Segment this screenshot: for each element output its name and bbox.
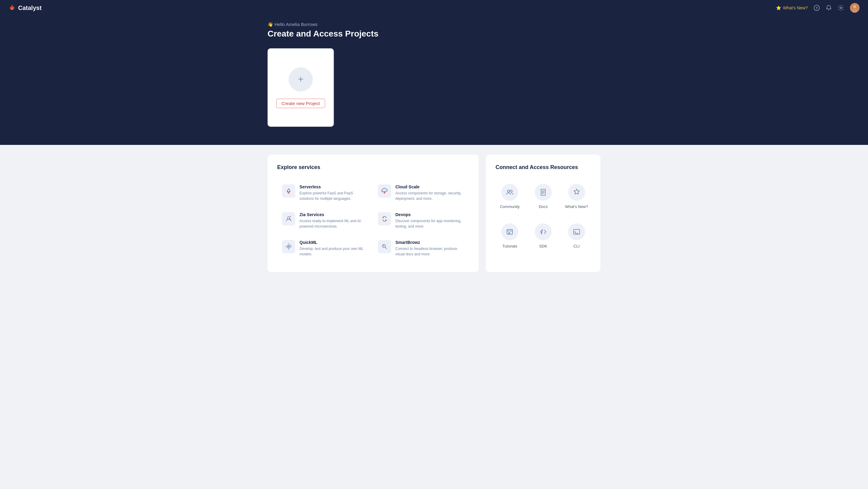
explore-section: Explore services Serverless Explore powe… — [268, 154, 478, 272]
page-title: Create and Access Projects — [268, 29, 600, 39]
main-content: Explore services Serverless Explore powe… — [253, 145, 615, 282]
cli-label: CLI — [574, 244, 580, 249]
resource-cli[interactable]: CLI — [562, 219, 591, 253]
cloud-scale-info: Cloud Scale Access components for storag… — [395, 184, 464, 201]
service-serverless[interactable]: Serverless Explore powerful FaaS and Paa… — [277, 179, 373, 207]
resource-whats-new[interactable]: What's New? — [562, 179, 591, 214]
tutorials-label: Tutorials — [502, 244, 517, 249]
help-icon[interactable]: ? — [814, 5, 820, 11]
app-name: Catalyst — [18, 4, 42, 11]
bottom-sections: Explore services Serverless Explore powe… — [268, 154, 600, 272]
app-logo[interactable]: Catalyst — [8, 4, 42, 11]
navbar-right: ⭐ What's New? ? — [776, 3, 860, 13]
flame-icon — [8, 4, 16, 11]
svg-point-11 — [510, 190, 513, 192]
resources-title: Connect and Access Resources — [496, 164, 591, 171]
community-icon-box — [501, 184, 518, 201]
sdk-icon-box — [535, 223, 552, 240]
resource-community[interactable]: Community — [496, 179, 524, 214]
quickml-info: QuickML Develop, test and produce your o… — [300, 240, 368, 257]
svg-rect-12 — [507, 229, 513, 234]
greeting-text: 👋 Hello Amelia Burrows — [268, 22, 600, 27]
community-label: Community — [500, 204, 520, 209]
add-icon: + — [289, 67, 313, 91]
service-zia[interactable]: Zia Services Access ready-to-implement M… — [277, 207, 373, 234]
svg-text:?: ? — [816, 6, 818, 10]
hero-section: 👋 Hello Amelia Burrows Create and Access… — [0, 0, 868, 145]
sdk-label: SDK — [539, 244, 548, 249]
resource-sdk[interactable]: SDK — [529, 219, 558, 253]
cli-icon-box — [568, 223, 585, 240]
whats-new-label: What's New? — [565, 204, 588, 209]
whats-new-icon-box — [568, 184, 585, 201]
explore-title: Explore services — [277, 164, 469, 171]
service-quickml[interactable]: QuickML Develop, test and produce your o… — [277, 234, 373, 262]
whats-new-button[interactable]: ⭐ What's New? — [776, 5, 808, 10]
gear-icon[interactable] — [838, 5, 844, 11]
cloud-scale-icon-box — [378, 184, 391, 198]
resource-tutorials[interactable]: Tutorials — [496, 219, 524, 253]
smartbrowz-icon-box — [378, 240, 391, 253]
tutorials-icon-box — [501, 223, 518, 240]
service-cloud-scale[interactable]: Cloud Scale Access components for storag… — [373, 179, 469, 207]
resource-docs[interactable]: Docs — [529, 179, 558, 214]
star-icon: ⭐ — [776, 5, 781, 10]
svg-point-4 — [853, 5, 856, 8]
serverless-info: Serverless Explore powerful FaaS and Paa… — [300, 184, 368, 201]
docs-label: Docs — [539, 204, 548, 209]
service-smartbrowz[interactable]: SmartBrowz Connect to headless browser, … — [373, 234, 469, 262]
resources-section: Connect and Access Resources Community — [486, 154, 600, 272]
svg-point-8 — [288, 246, 289, 247]
zia-info: Zia Services Access ready-to-implement M… — [300, 212, 368, 229]
devops-info: Devops Discover components for app monit… — [395, 212, 464, 229]
devops-icon-box — [378, 212, 391, 226]
service-devops[interactable]: Devops Discover components for app monit… — [373, 207, 469, 234]
svg-point-10 — [507, 190, 510, 192]
create-project-label: Create new Project — [276, 99, 325, 108]
serverless-icon-box — [282, 184, 295, 198]
docs-icon-box — [535, 184, 552, 201]
quickml-icon-box — [282, 240, 295, 253]
projects-area: + Create new Project — [268, 48, 600, 127]
zia-icon-box — [282, 212, 295, 226]
avatar[interactable] — [850, 3, 860, 13]
bell-icon[interactable] — [826, 5, 832, 11]
navbar: Catalyst ⭐ What's New? ? — [0, 0, 868, 16]
smartbrowz-info: SmartBrowz Connect to headless browser, … — [395, 240, 464, 257]
svg-point-6 — [287, 217, 290, 219]
svg-point-2 — [840, 7, 842, 9]
create-project-card[interactable]: + Create new Project — [268, 48, 334, 127]
resources-grid: Community Docs — [496, 179, 591, 253]
services-grid: Serverless Explore powerful FaaS and Paa… — [277, 179, 469, 262]
